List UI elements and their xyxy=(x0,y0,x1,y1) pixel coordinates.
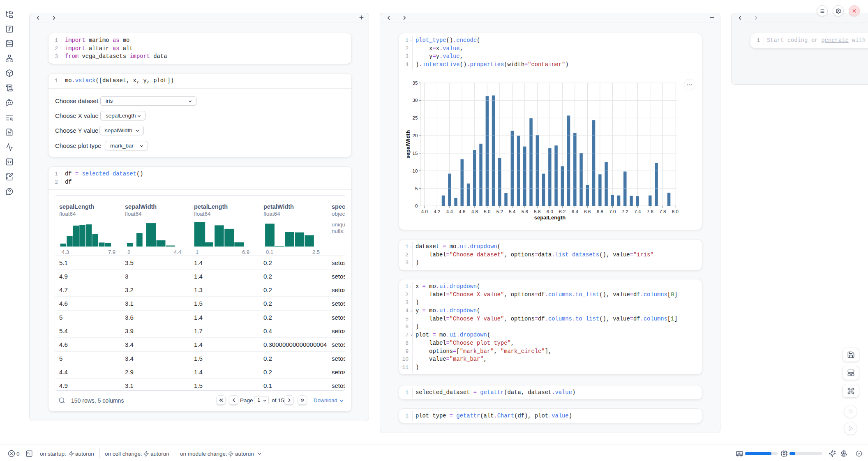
svg-text:6.4: 6.4 xyxy=(572,209,579,214)
svg-text:5: 5 xyxy=(415,186,418,191)
svg-text:30: 30 xyxy=(413,98,418,103)
svg-text:4.6: 4.6 xyxy=(459,209,465,214)
svg-text:4.4: 4.4 xyxy=(446,209,453,214)
svg-text:7.6: 7.6 xyxy=(647,209,653,214)
svg-text:15: 15 xyxy=(413,151,418,156)
svg-text:4.0: 4.0 xyxy=(421,209,428,214)
svg-text:5.4: 5.4 xyxy=(509,209,516,214)
svg-text:0: 0 xyxy=(415,203,418,208)
svg-text:6.6: 6.6 xyxy=(584,209,591,214)
svg-text:7.4: 7.4 xyxy=(634,209,641,214)
svg-text:5.2: 5.2 xyxy=(496,209,503,214)
svg-text:6.2: 6.2 xyxy=(559,209,566,214)
svg-text:sepalLength: sepalLength xyxy=(534,214,566,221)
svg-text:7.0: 7.0 xyxy=(609,209,616,214)
svg-text:10: 10 xyxy=(413,168,418,173)
svg-text:8.0: 8.0 xyxy=(672,209,679,214)
svg-text:20: 20 xyxy=(413,133,418,138)
svg-text:7.2: 7.2 xyxy=(622,209,628,214)
svg-text:5.8: 5.8 xyxy=(534,209,540,214)
svg-text:4.8: 4.8 xyxy=(471,209,478,214)
svg-text:6.8: 6.8 xyxy=(597,209,603,214)
svg-text:5.0: 5.0 xyxy=(484,209,490,214)
svg-text:4.2: 4.2 xyxy=(434,209,440,214)
svg-text:35: 35 xyxy=(413,81,418,85)
svg-text:sepalWidth: sepalWidth xyxy=(405,130,411,159)
svg-text:25: 25 xyxy=(413,115,418,120)
svg-text:6.0: 6.0 xyxy=(547,209,553,214)
svg-text:5.6: 5.6 xyxy=(522,209,528,214)
svg-text:7.8: 7.8 xyxy=(659,209,666,214)
